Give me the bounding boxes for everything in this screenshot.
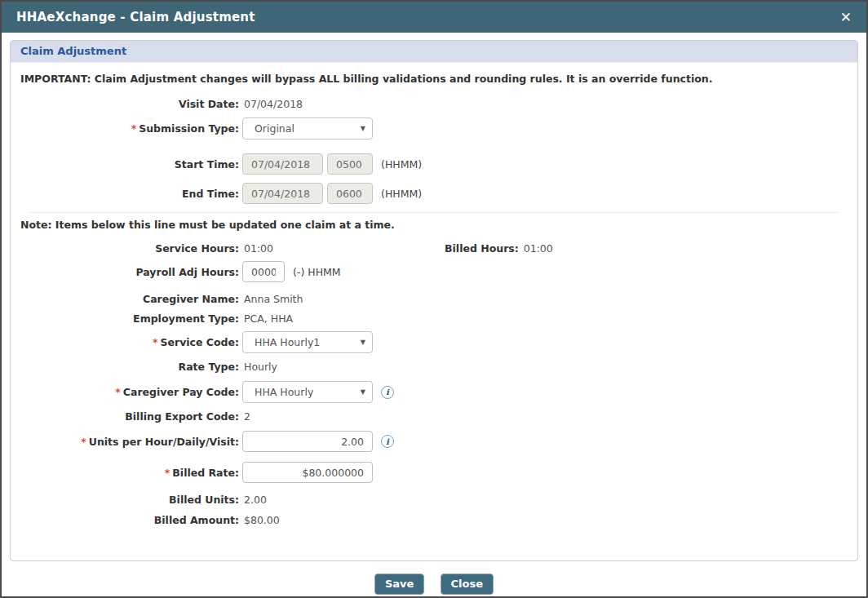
- important-warning: IMPORTANT: Claim Adjustment changes will…: [19, 63, 849, 86]
- claim-adjustment-modal: HHAeXchange - Claim Adjustment ✕ Claim A…: [0, 0, 868, 598]
- billing-export-code-value: 2: [244, 410, 250, 423]
- service-code-label-text: Service Code:: [160, 336, 239, 348]
- rate-type-row: Rate Type: Hourly: [19, 361, 849, 373]
- close-button[interactable]: Close: [441, 574, 494, 595]
- caregiver-pay-code-label: *Caregiver Pay Code:: [19, 386, 239, 398]
- caregiver-name-label: Caregiver Name:: [19, 293, 239, 305]
- caregiver-name-value: Anna Smith: [244, 293, 303, 305]
- billed-hours-label: Billed Hours:: [445, 242, 519, 255]
- submission-type-selected: Original: [255, 122, 361, 135]
- end-date-input: [242, 183, 323, 204]
- modal-titlebar: HHAeXchange - Claim Adjustment ✕: [2, 2, 866, 33]
- service-hours-label: Service Hours:: [19, 242, 239, 255]
- end-time-label: End Time:: [19, 188, 239, 200]
- caregiver-pay-code-row: *Caregiver Pay Code: HHA Hourly ▼ i: [19, 381, 849, 403]
- units-per-hour-label: *Units per Hour/Daily/Visit:: [19, 436, 239, 448]
- billed-units-row: Billed Units: 2.00: [19, 494, 849, 506]
- billed-units-label: Billed Units:: [19, 494, 239, 506]
- units-per-hour-row: *Units per Hour/Daily/Visit: i: [19, 431, 849, 452]
- start-time-format-hint: (HHMM): [381, 158, 422, 171]
- panel-title: Claim Adjustment: [11, 41, 857, 63]
- billed-hours-value: 01:00: [524, 242, 553, 255]
- close-icon[interactable]: ✕: [840, 11, 852, 24]
- payroll-adj-hours-input[interactable]: [242, 261, 285, 282]
- end-time-row: End Time: (HHMM): [19, 183, 849, 204]
- section-divider: [30, 212, 838, 213]
- employment-type-label: Employment Type:: [19, 312, 239, 325]
- submission-type-label: *Submission Type:: [19, 122, 239, 135]
- billed-amount-value: $80.00: [244, 514, 280, 526]
- end-time-input: [327, 183, 373, 204]
- billed-rate-input[interactable]: [242, 462, 373, 483]
- modal-content: Claim Adjustment IMPORTANT: Claim Adjust…: [2, 33, 866, 595]
- submission-type-label-text: Submission Type:: [139, 122, 239, 135]
- billing-export-code-row: Billing Export Code: 2: [19, 410, 849, 423]
- claim-adjustment-panel: Claim Adjustment IMPORTANT: Claim Adjust…: [10, 40, 858, 561]
- submission-type-row: *Submission Type: Original ▼: [19, 117, 849, 140]
- required-marker: *: [131, 122, 137, 135]
- units-per-hour-input[interactable]: [242, 431, 373, 452]
- required-marker: *: [165, 467, 170, 479]
- chevron-down-icon: ▼: [361, 388, 365, 396]
- billed-amount-row: Billed Amount: $80.00: [19, 514, 849, 526]
- payroll-adj-hours-label: Payroll Adj Hours:: [19, 266, 239, 278]
- billed-units-value: 2.00: [244, 494, 267, 506]
- required-marker: *: [81, 436, 86, 448]
- billed-amount-label: Billed Amount:: [19, 514, 239, 526]
- service-hours-row: Service Hours: 01:00 Billed Hours: 01:00: [19, 242, 849, 255]
- rate-type-value: Hourly: [244, 361, 277, 373]
- save-button[interactable]: Save: [374, 574, 424, 595]
- required-marker: *: [115, 386, 121, 398]
- submission-type-select[interactable]: Original ▼: [242, 117, 373, 140]
- service-code-select[interactable]: HHA Hourly1 ▼: [242, 331, 373, 353]
- start-time-row: Start Time: (HHMM): [19, 153, 849, 175]
- rate-type-label: Rate Type:: [19, 361, 239, 373]
- billed-rate-row: *Billed Rate:: [19, 462, 849, 483]
- caregiver-pay-code-select[interactable]: HHA Hourly ▼: [242, 381, 373, 403]
- visit-date-label: Visit Date:: [19, 98, 239, 110]
- billed-rate-label-text: Billed Rate:: [172, 467, 239, 479]
- service-code-label: *Service Code:: [19, 336, 239, 348]
- caregiver-pay-code-label-text: Caregiver Pay Code:: [123, 386, 239, 398]
- visit-date-value: 07/04/2018: [244, 98, 303, 110]
- billed-rate-label: *Billed Rate:: [19, 467, 239, 479]
- chevron-down-icon: ▼: [361, 125, 365, 132]
- start-time-input: [327, 153, 373, 175]
- start-time-label: Start Time:: [19, 158, 239, 171]
- caregiver-pay-code-selected: HHA Hourly: [255, 386, 361, 398]
- payroll-adj-hours-hint: (-) HHMM: [293, 266, 341, 278]
- billing-export-code-label: Billing Export Code:: [19, 410, 239, 423]
- info-icon[interactable]: i: [381, 386, 394, 399]
- caregiver-name-row: Caregiver Name: Anna Smith: [19, 293, 849, 305]
- required-marker: *: [153, 336, 158, 348]
- chevron-down-icon: ▼: [361, 339, 365, 346]
- end-time-format-hint: (HHMM): [381, 188, 422, 200]
- employment-type-row: Employment Type: PCA, HHA: [19, 312, 849, 325]
- visit-date-row: Visit Date: 07/04/2018: [19, 98, 849, 110]
- modal-title: HHAeXchange - Claim Adjustment: [16, 10, 255, 24]
- modal-footer: Save Close: [10, 574, 858, 595]
- employment-type-value: PCA, HHA: [244, 312, 293, 325]
- payroll-adj-hours-row: Payroll Adj Hours: (-) HHMM: [19, 261, 849, 282]
- panel-body: IMPORTANT: Claim Adjustment changes will…: [11, 63, 857, 526]
- units-per-hour-label-text: Units per Hour/Daily/Visit:: [89, 436, 239, 448]
- service-code-selected: HHA Hourly1: [255, 336, 361, 348]
- start-date-input: [242, 153, 323, 175]
- service-hours-value: 01:00: [244, 242, 273, 255]
- info-icon[interactable]: i: [381, 435, 394, 448]
- note-text: Note: Items below this line must be upda…: [19, 219, 849, 231]
- service-code-row: *Service Code: HHA Hourly1 ▼: [19, 331, 849, 353]
